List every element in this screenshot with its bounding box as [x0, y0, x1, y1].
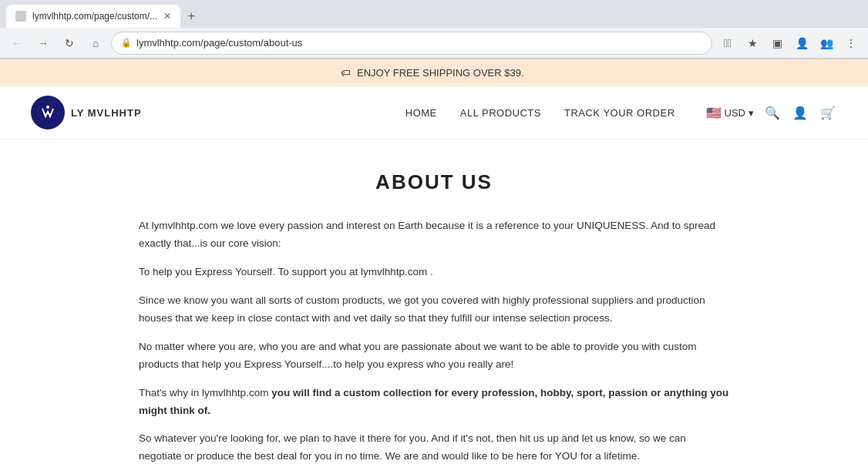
new-tab-button[interactable]: + [180, 5, 202, 27]
bookmark-icon[interactable]: ★ [742, 32, 763, 54]
more-icon[interactable]: ⋮ [840, 32, 862, 54]
content-body: At lymvlhhtp.com we love every passion a… [139, 217, 729, 464]
tab-close-button[interactable]: ✕ [163, 11, 171, 22]
paragraph-4: No matter where you are, who you are and… [139, 338, 729, 374]
main-nav: HOME ALL PRODUCTS TRACK YOUR ORDER [405, 107, 675, 119]
announcement-bar: 🏷 ENJOY FREE SHIPPING OVER $39. [0, 59, 868, 86]
extensions-icon[interactable]: ▣ [766, 32, 788, 54]
flag-icon: 🇺🇸 [706, 106, 722, 120]
nav-all-products[interactable]: ALL PRODUCTS [460, 107, 541, 119]
back-button[interactable]: ← [6, 32, 28, 54]
logo[interactable]: LY MVLHHTP [31, 96, 142, 129]
nav-home[interactable]: HOME [405, 107, 437, 119]
tab-favicon [15, 11, 26, 22]
profile-icon[interactable]: 👤 [791, 32, 812, 54]
eye-slash-icon[interactable]: 👁̸ [717, 32, 738, 54]
header-actions: 🇺🇸 USD ▾ 🔍 👤 🛒 [706, 103, 837, 122]
announcement-text: ENJOY FREE SHIPPING OVER $39. [357, 67, 524, 79]
reload-button[interactable]: ↻ [59, 32, 80, 54]
address-bar[interactable]: 🔒 lymvlhhtp.com/page/custom/about-us [111, 32, 712, 55]
nav-track-order[interactable]: TRACK YOUR ORDER [564, 107, 675, 119]
browser-controls: ← → ↻ ⌂ 🔒 lymvlhhtp.com/page/custom/abou… [0, 28, 868, 59]
browser-chrome: lymvlhhtp.com/page/custom/... ✕ + ← → ↻ … [0, 0, 868, 59]
currency-label: USD [725, 107, 745, 119]
lock-icon: 🔒 [121, 38, 132, 48]
logo-text: LY MVLHHTP [71, 107, 142, 119]
tab-title: lymvlhhtp.com/page/custom/... [32, 11, 157, 22]
svg-point-1 [46, 106, 49, 109]
paragraph-1: At lymvlhhtp.com we love every passion a… [139, 217, 729, 253]
browser-right-icons: 👁̸ ★ ▣ 👤 👥 ⋮ [717, 32, 862, 54]
announcement-icon: 🏷 [341, 67, 351, 79]
page-title: ABOUT US [139, 170, 729, 194]
paragraph-5: That's why in lymvlhhtp.com you will fin… [139, 385, 729, 420]
main-content: ABOUT US At lymvlhhtp.com we love every … [0, 140, 868, 464]
address-text: lymvlhhtp.com/page/custom/about-us [136, 37, 302, 49]
paragraph-5-prefix: That's why in lymvlhhtp.com [139, 387, 271, 398]
search-icon[interactable]: 🔍 [763, 103, 782, 122]
browser-tab[interactable]: lymvlhhtp.com/page/custom/... ✕ [6, 5, 180, 28]
tab-bar: lymvlhhtp.com/page/custom/... ✕ + [0, 0, 868, 28]
account-icon[interactable]: 👤 [791, 103, 809, 122]
home-button[interactable]: ⌂ [85, 32, 106, 54]
paragraph-3: Since we know you want all sorts of cust… [139, 292, 729, 328]
logo-icon [31, 96, 65, 129]
forward-button[interactable]: → [32, 32, 54, 54]
currency-selector[interactable]: 🇺🇸 USD ▾ [706, 106, 754, 120]
paragraph-2: To help you Express Yourself. To support… [139, 264, 729, 281]
currency-chevron-icon: ▾ [749, 107, 754, 119]
site-header: LY MVLHHTP HOME ALL PRODUCTS TRACK YOUR … [0, 86, 868, 140]
account-icon[interactable]: 👥 [816, 32, 837, 54]
paragraph-6: So whatever you're looking for, we plan … [139, 430, 729, 464]
cart-icon[interactable]: 🛒 [819, 103, 837, 122]
